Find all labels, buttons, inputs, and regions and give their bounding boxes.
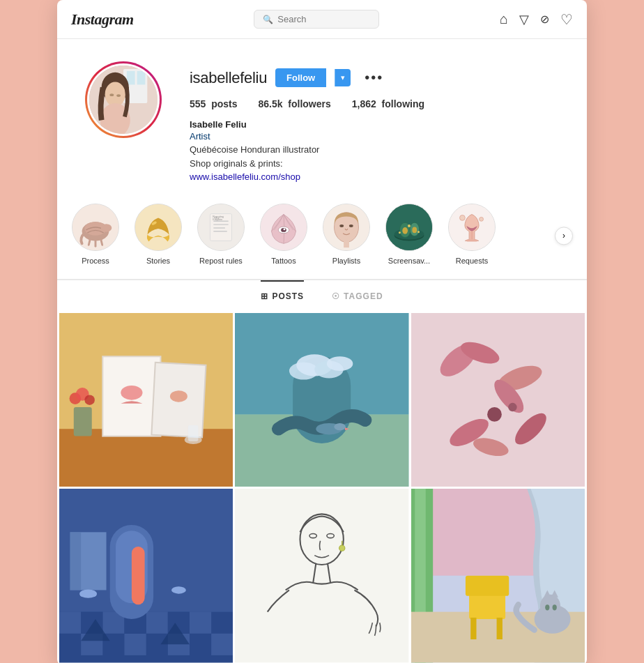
highlight-circle-process: [72, 204, 119, 251]
svg-point-84: [487, 407, 502, 422]
highlight-circle-tattoos: [260, 204, 307, 251]
post-1-image: [59, 313, 233, 487]
svg-rect-93: [124, 634, 146, 655]
grid-item-2[interactable]: [235, 313, 408, 487]
grid-item-5[interactable]: [235, 489, 408, 662]
highlights-next-arrow[interactable]: ›: [555, 227, 573, 245]
posts-tab-label: Posts: [272, 291, 304, 301]
highlight-circle-playlists: [323, 204, 370, 251]
website-link[interactable]: www.isabellefeliu.com/shop: [190, 172, 300, 182]
followers-label: followers: [288, 98, 330, 109]
search-input[interactable]: [277, 14, 370, 24]
heart-icon[interactable]: ♡: [560, 11, 573, 28]
compass-icon[interactable]: ⊘: [540, 13, 549, 26]
highlight-label-playlists: Playlists: [332, 257, 360, 265]
tab-tagged[interactable]: ☉ Tagged: [332, 280, 383, 311]
highlight-art-tattoos: [261, 204, 307, 251]
svg-point-8: [109, 93, 114, 96]
highlight-playlists[interactable]: Playlists: [322, 204, 371, 265]
highlight-screensav[interactable]: Screensav...: [385, 204, 434, 265]
highlight-art-stories: [135, 204, 181, 251]
post-4-image: [59, 489, 233, 662]
bio-line2: Shop originals & prints:: [190, 157, 559, 171]
svg-point-57: [121, 386, 142, 400]
following-label: following: [382, 98, 424, 109]
avatar-wrapper: [85, 61, 162, 138]
instagram-logo: Instagram: [71, 10, 134, 29]
highlight-art-requests: [449, 204, 495, 251]
posts-tab-icon: ⊞: [261, 291, 268, 301]
category[interactable]: Artist: [190, 131, 559, 142]
svg-point-73: [327, 356, 353, 371]
svg-point-35: [349, 224, 353, 227]
svg-point-13: [101, 224, 112, 232]
highlight-circle-stories: [135, 204, 182, 251]
highlight-label-process: Process: [82, 257, 109, 265]
highlight-art-process: [72, 204, 118, 251]
highlight-stories[interactable]: Stories: [134, 204, 183, 265]
svg-rect-122: [466, 576, 509, 596]
highlight-circle-repost: The Reposting Etiquette: [197, 204, 245, 251]
highlight-art-repost: The Reposting Etiquette: [198, 204, 244, 251]
post-6-image: [411, 489, 585, 662]
profile-section: isabellefeliu Follow ▾ ••• 555 posts 86.…: [57, 39, 587, 197]
svg-line-14: [89, 239, 90, 245]
svg-point-45: [399, 231, 401, 234]
highlight-tattoos[interactable]: Tattoos: [259, 204, 308, 265]
full-name: Isabelle Feliu: [190, 119, 559, 130]
highlight-requests[interactable]: Requests: [447, 204, 496, 265]
svg-rect-103: [70, 533, 82, 590]
highlights-section: Process Stories: [57, 197, 587, 280]
highlight-repost[interactable]: The Reposting Etiquette Repost rules: [197, 204, 245, 265]
posts-stat: 555 posts: [190, 98, 237, 109]
grid-item-4[interactable]: [59, 489, 233, 662]
svg-point-59: [170, 390, 187, 402]
svg-point-43: [412, 227, 417, 234]
svg-point-85: [508, 403, 516, 411]
search-bar[interactable]: 🔍: [254, 10, 379, 29]
highlight-label-screensav: Screensav...: [388, 257, 430, 265]
username: isabellefeliu: [190, 69, 267, 87]
avatar-svg: [89, 66, 158, 134]
svg-point-130: [552, 605, 556, 611]
svg-point-5: [105, 82, 125, 107]
svg-rect-88: [59, 612, 81, 634]
more-options-button[interactable]: •••: [359, 67, 389, 89]
tabs-section: ⊞ Posts ☉ Tagged: [57, 280, 587, 311]
following-stat[interactable]: 1,862 following: [352, 98, 424, 109]
explore-icon[interactable]: ▽: [519, 12, 529, 27]
highlight-circle-requests: [448, 204, 496, 251]
nav-bar: Instagram 🔍 ⌂ ▽ ⊘ ♡: [57, 0, 587, 39]
follow-button[interactable]: Follow: [275, 68, 326, 87]
svg-point-112: [339, 545, 345, 551]
grid-item-1[interactable]: [59, 313, 233, 487]
svg-rect-49: [466, 239, 477, 241]
tab-posts[interactable]: ⊞ Posts: [261, 280, 304, 311]
highlight-label-stories: Stories: [146, 257, 170, 265]
highlight-process[interactable]: Process: [71, 204, 120, 265]
highlight-circle-screensav: [385, 204, 433, 251]
svg-point-31: [284, 228, 286, 230]
followers-stat[interactable]: 86.5k followers: [258, 98, 330, 109]
svg-rect-101: [132, 547, 145, 604]
svg-rect-91: [190, 612, 211, 634]
follow-dropdown-button[interactable]: ▾: [335, 69, 351, 86]
grid-item-6[interactable]: [411, 489, 585, 662]
svg-rect-3: [137, 71, 146, 85]
nav-icons: ⌂ ▽ ⊘ ♡: [500, 11, 573, 28]
avatar-inner: [87, 63, 160, 136]
svg-rect-76: [411, 313, 585, 487]
post-5-image: [235, 489, 408, 662]
svg-text:Etiquette: Etiquette: [213, 218, 222, 221]
svg-point-46: [417, 231, 420, 233]
svg-point-75: [335, 423, 346, 430]
svg-point-105: [171, 587, 186, 594]
avatar: [89, 66, 158, 134]
svg-point-44: [408, 224, 411, 227]
svg-point-51: [480, 217, 484, 221]
grid-item-3[interactable]: [411, 313, 585, 487]
svg-point-104: [79, 590, 97, 598]
home-icon[interactable]: ⌂: [500, 11, 508, 27]
bio-line1: Québécoise Honduran illustrator: [190, 143, 559, 157]
browser-window: Instagram 🔍 ⌂ ▽ ⊘ ♡: [57, 0, 587, 663]
